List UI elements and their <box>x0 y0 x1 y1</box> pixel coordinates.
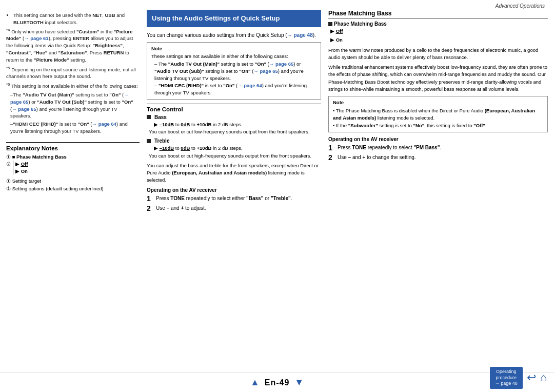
bass-content: ▶ –10dB to 0dB to +10dB in 2 dB steps. Y… <box>147 121 321 136</box>
mid-step-1-num: 1 <box>147 195 153 203</box>
treble-label: Treble <box>147 138 321 144</box>
back-button[interactable]: ↩ <box>527 372 536 383</box>
right-desc1: From the warm low notes produced by a ce… <box>328 47 548 62</box>
treble-desc: You can boost or cut high-frequency soun… <box>149 152 321 160</box>
bass-square-icon <box>147 115 151 119</box>
right-note-box: Note • The Phase Matching Bass is disabl… <box>328 96 548 132</box>
note-6-item-2: –"HDMI CEC (RIHD)" is set to "On" (→ pag… <box>10 121 140 135</box>
bass-label: Bass <box>147 114 321 120</box>
mid-step-2: 2 Use – and + to adjust. <box>147 205 321 212</box>
right-step-1-num: 1 <box>328 144 334 152</box>
left-column: This setting cannot be used with the NET… <box>6 10 140 373</box>
mid-step-1: 1 Press TONE repeatedly to select either… <box>147 195 321 203</box>
treble-content: ▶ –10dB to 0dB to +10dB in 2 dB steps. Y… <box>147 145 321 160</box>
home-button[interactable]: ⌂ <box>540 372 547 383</box>
bass-desc: You can boost or cut low-frequency sound… <box>149 128 321 135</box>
right-note-item2: • If the "Subwoofer" setting is set to "… <box>333 122 543 129</box>
diagram-off: ▶ Off <box>15 161 28 168</box>
mid-step-1-text: Press TONE repeatedly to select either "… <box>156 195 321 203</box>
setting-note-2: ② Setting options (default setting under… <box>6 185 140 192</box>
mid-note-intro: These settings are not available in eith… <box>151 53 316 60</box>
mid-operating-header: Operating on the AV receiver <box>147 187 321 193</box>
middle-column: Using the Audio Settings of Quick Setup … <box>147 10 321 373</box>
top-notes: This setting cannot be used with the NET… <box>6 12 140 139</box>
right-note-title: Note <box>333 99 543 106</box>
note-6-list: –The "Audio TV Out (Main)" setting is se… <box>6 91 140 135</box>
mid-note-item2: – "HDMI CEC (RIHD)" is set to "On" (→ pa… <box>151 82 316 96</box>
operating-procedure-button[interactable]: Operating procedure → page 48 <box>490 367 523 389</box>
op-line3: → page 48 <box>494 381 519 387</box>
right-step-2-text: Use – and + to change the setting. <box>338 154 548 162</box>
explanatory-block: ① ■ Phase Matching Bass ② ▶ Off ▶ On ① S… <box>6 153 140 192</box>
right-step-2-num: 2 <box>328 154 334 162</box>
note-bullet-1: This setting cannot be used with the NET… <box>13 12 140 26</box>
tone-summary: You can adjust the bass and treble for t… <box>147 162 321 184</box>
diagram-on: ▶ On <box>15 168 28 175</box>
page-nav: ▲ En-49 ▼ <box>250 377 304 388</box>
explanatory-section-title: Explanatory Notes <box>6 145 140 151</box>
prev-page-arrow[interactable]: ▲ <box>250 377 260 388</box>
diagram-label1: ① ■ Phase Matching Bass <box>6 153 67 161</box>
next-page-arrow[interactable]: ▼ <box>294 377 304 388</box>
advanced-operations-label: Advanced Operations <box>0 0 554 10</box>
mid-step-2-num: 2 <box>147 205 153 212</box>
right-sub-off: ▶ Off <box>328 28 548 35</box>
right-section-title: Phase Matching Bass <box>328 10 548 17</box>
bottom-bar: ▲ En-49 ▼ Operating procedure → page 48 … <box>0 373 554 392</box>
bottom-right-buttons: Operating procedure → page 48 ↩ ⌂ <box>490 367 547 389</box>
right-step-1-text: Press TONE repeatedly to select "PM Bass… <box>338 144 548 152</box>
mid-note-box: Note These settings are not available in… <box>147 42 321 100</box>
setting-note-1: ① Setting target <box>6 178 140 185</box>
right-step-1: 1 Press TONE repeatedly to select "PM Ba… <box>328 144 548 152</box>
mid-step-2-text: Use – and + to adjust. <box>156 205 321 212</box>
right-step-2: 2 Use – and + to change the setting. <box>328 154 548 162</box>
left-divider <box>6 142 140 143</box>
main-columns: This setting cannot be used with the NET… <box>0 10 554 373</box>
bass-label-text: Bass <box>154 114 167 120</box>
treble-label-text: Treble <box>154 138 169 144</box>
setting-notes: ① Setting target ② Setting options (defa… <box>6 178 140 192</box>
right-operating-header: Operating on the AV receiver <box>328 136 548 142</box>
right-note-item1: • The Phase Matching Bass is disabled wh… <box>333 107 543 122</box>
right-desc2: While traditional enhancement systems ef… <box>328 64 548 93</box>
bass-range: ▶ –10dB to 0dB to +10dB in 2 dB steps. <box>149 121 321 128</box>
right-column: Phase Matching Bass Phase Matching Bass … <box>328 10 548 373</box>
pmb-square-icon <box>328 22 332 26</box>
op-line1: Operating <box>494 369 519 375</box>
op-line2: procedure <box>494 375 519 381</box>
right-divider <box>328 18 548 18</box>
treble-square-icon <box>147 139 151 143</box>
page: Advanced Operations This setting cannot … <box>0 0 554 392</box>
tone-control-divider <box>147 104 321 104</box>
mid-note-title: Note <box>151 45 316 52</box>
mid-note-item1: – The "Audio TV Out (Main)" setting is s… <box>151 61 316 82</box>
page-number-label: En-49 <box>265 378 290 387</box>
treble-range: ▶ –10dB to 0dB to +10dB in 2 dB steps. <box>149 145 321 152</box>
mid-intro: You can change various audio settings fr… <box>147 31 321 39</box>
note-6-item-1: –The "Audio TV Out (Main)" setting is se… <box>10 91 140 120</box>
tone-control-title: Tone Control <box>147 106 321 112</box>
note-6: *6 This setting is not available in eith… <box>6 82 140 90</box>
right-sub-on: ▶ On <box>328 36 548 44</box>
note-4: *4 Only when you have selected "Custom" … <box>6 27 140 64</box>
diagram-options: ② ▶ Off ▶ On <box>6 161 67 175</box>
right-subsection-label-text: Phase Matching Bass <box>334 21 387 27</box>
main-heading: Using the Audio Settings of Quick Setup <box>147 10 321 27</box>
right-subsection-label: Phase Matching Bass <box>328 21 548 27</box>
note-5: *5 Depending on the input source and lis… <box>6 65 140 81</box>
